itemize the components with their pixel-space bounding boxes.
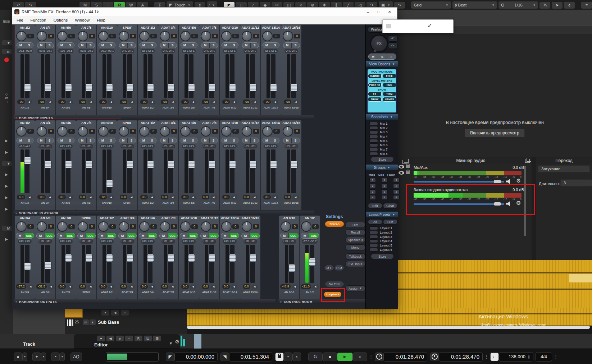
pan-control[interactable]: ◀ bbox=[190, 285, 196, 289]
talkback-button[interactable]: Talkback bbox=[345, 253, 365, 259]
pan-control[interactable]: ◀ bbox=[26, 100, 32, 104]
triplet-icon[interactable]: ¾ bbox=[539, 2, 550, 9]
pan-knob[interactable] bbox=[78, 31, 88, 41]
solo-button[interactable]: S bbox=[230, 43, 238, 48]
layout-row[interactable]: Layout 1 bbox=[369, 226, 398, 230]
pan-control[interactable]: ◀ bbox=[46, 100, 53, 104]
expand-arrow-7[interactable]: ▶ bbox=[1, 237, 12, 241]
fader[interactable] bbox=[123, 54, 132, 98]
phase-left-button[interactable]: Ø L bbox=[324, 265, 334, 271]
pan-knob[interactable] bbox=[16, 31, 27, 41]
menu-function[interactable]: Function bbox=[31, 18, 46, 22]
arrangement-bottom[interactable] bbox=[187, 308, 592, 334]
fader-cap[interactable] bbox=[309, 258, 316, 266]
audio-quantize-button[interactable]: AQ bbox=[70, 353, 82, 361]
layout-row[interactable]: Layout 4 bbox=[369, 239, 398, 243]
fx-knob[interactable]: FX bbox=[370, 34, 388, 52]
mute-button[interactable]: M bbox=[78, 43, 86, 48]
group-cell[interactable]: 3 bbox=[393, 189, 400, 194]
f-global-button[interactable]: F bbox=[387, 54, 396, 59]
expand-arrow-4[interactable]: ▶ bbox=[1, 184, 12, 188]
submix-button[interactable]: SUBMIX bbox=[368, 74, 382, 78]
mute-button[interactable]: M bbox=[242, 138, 250, 143]
pan-control[interactable]: ◀ bbox=[108, 285, 114, 289]
mixer-dock-header[interactable]: Микшер аудио bbox=[410, 157, 532, 164]
group-cell[interactable]: 1 bbox=[393, 178, 400, 183]
pan-control[interactable]: ◀ bbox=[190, 195, 196, 199]
layout-row[interactable]: Layout 5 bbox=[369, 243, 398, 247]
punch-out-icon[interactable]: ▼ bbox=[292, 353, 301, 361]
pan-knob[interactable] bbox=[160, 31, 170, 41]
gear-icon[interactable]: ⚙ bbox=[516, 201, 521, 206]
mute-button[interactable]: M bbox=[37, 138, 45, 143]
stop-button[interactable]: ■ bbox=[323, 353, 337, 361]
snapshot-select-chip[interactable] bbox=[369, 139, 378, 143]
pan-control[interactable]: ◀ bbox=[128, 100, 135, 104]
editor-settings-gear-icon[interactable]: ⚙ bbox=[175, 339, 179, 344]
solo-button[interactable]: S bbox=[127, 43, 136, 48]
pan-control[interactable]: ◀ bbox=[231, 195, 237, 199]
mute-button[interactable]: M bbox=[99, 138, 107, 143]
solo-button[interactable]: S bbox=[66, 138, 74, 143]
grid-value-select[interactable]: ♯ Beat▼ bbox=[452, 1, 497, 9]
mute-button[interactable]: M bbox=[37, 233, 45, 238]
layout-row[interactable]: Layout 2 bbox=[369, 230, 398, 234]
fader-cap[interactable] bbox=[45, 84, 51, 92]
totalmix-titlebar[interactable]: ◎ RME TotalMix FX: Fireface 800 (1) - 44… bbox=[12, 8, 397, 16]
pan-control[interactable]: ◀ bbox=[87, 285, 94, 289]
snapshots-header[interactable]: Snapshots▼ bbox=[366, 114, 398, 120]
fader-cap[interactable] bbox=[209, 161, 215, 169]
mute-button[interactable]: M bbox=[57, 233, 65, 238]
pan-control[interactable]: ◀ bbox=[48, 285, 54, 289]
pan-knob[interactable] bbox=[37, 221, 47, 232]
pan-control[interactable]: ◀ bbox=[169, 195, 176, 199]
mute-button[interactable]: M bbox=[139, 233, 147, 238]
popup-checkbox[interactable] bbox=[386, 24, 391, 28]
pan-knob[interactable] bbox=[139, 126, 150, 137]
pan-control[interactable]: ◀ bbox=[190, 100, 196, 104]
locator-right-icon[interactable]: ◥ bbox=[220, 353, 229, 361]
solo-button[interactable]: S bbox=[209, 138, 218, 143]
pan-control[interactable]: ◀ bbox=[292, 195, 299, 199]
punch-in-icon[interactable]: ▼ bbox=[284, 353, 292, 361]
layout-select-chip[interactable] bbox=[369, 239, 378, 243]
record-enable-icon[interactable] bbox=[1, 57, 12, 63]
m-global-button[interactable]: M bbox=[369, 54, 378, 59]
fader-cap[interactable] bbox=[168, 84, 174, 92]
fader-cap[interactable] bbox=[127, 254, 133, 262]
pan-control[interactable]: ◀ bbox=[87, 100, 94, 104]
speaker-icon[interactable] bbox=[506, 201, 511, 206]
solo-button[interactable]: CUE bbox=[45, 233, 54, 238]
enable-preview-button[interactable]: Включить предпросмотр bbox=[465, 129, 524, 137]
layout-select-chip[interactable] bbox=[369, 248, 378, 252]
fader[interactable] bbox=[226, 54, 234, 98]
solo-button[interactable]: S bbox=[271, 43, 279, 48]
align-icon[interactable]: ≡ bbox=[581, 2, 592, 9]
grid-popup[interactable]: ✓ bbox=[382, 19, 454, 33]
solo-button[interactable]: CUE bbox=[127, 233, 136, 238]
section-control-room[interactable]: ▸CONTROL ROOM bbox=[278, 299, 366, 304]
snapshot-row[interactable]: Mix 5 bbox=[369, 139, 398, 143]
mute-button[interactable]: M bbox=[281, 233, 288, 238]
volume-slider-handle[interactable] bbox=[494, 202, 501, 206]
group-cell[interactable]: 1 bbox=[369, 178, 376, 183]
group-cell[interactable]: 4 bbox=[381, 195, 388, 200]
fader-cap[interactable] bbox=[229, 84, 236, 92]
solo-button[interactable]: S bbox=[189, 43, 197, 48]
source-lock-icon[interactable] bbox=[406, 171, 410, 174]
record-button[interactable]: ○ bbox=[353, 353, 367, 361]
layout-all-button[interactable]: All bbox=[368, 219, 382, 225]
fader[interactable] bbox=[144, 54, 152, 98]
arrangement-events-right[interactable] bbox=[397, 260, 592, 308]
editor-toolbar-button[interactable]: ≡ bbox=[125, 336, 133, 341]
s-global-button[interactable]: S bbox=[378, 54, 387, 59]
fader-cap[interactable] bbox=[270, 84, 277, 92]
pan-control[interactable]: ◀ bbox=[292, 285, 298, 289]
groups-clear-button[interactable]: Clear bbox=[383, 203, 397, 208]
kebab-icon[interactable]: ⋮ bbox=[484, 354, 489, 359]
pan-knob[interactable] bbox=[281, 221, 291, 232]
fader-cap[interactable] bbox=[86, 254, 92, 262]
play-button[interactable]: ► bbox=[337, 353, 353, 361]
editor-toolbar-button[interactable]: Ш bbox=[144, 336, 152, 341]
expand-arrow-1[interactable]: ▶ bbox=[1, 139, 12, 143]
